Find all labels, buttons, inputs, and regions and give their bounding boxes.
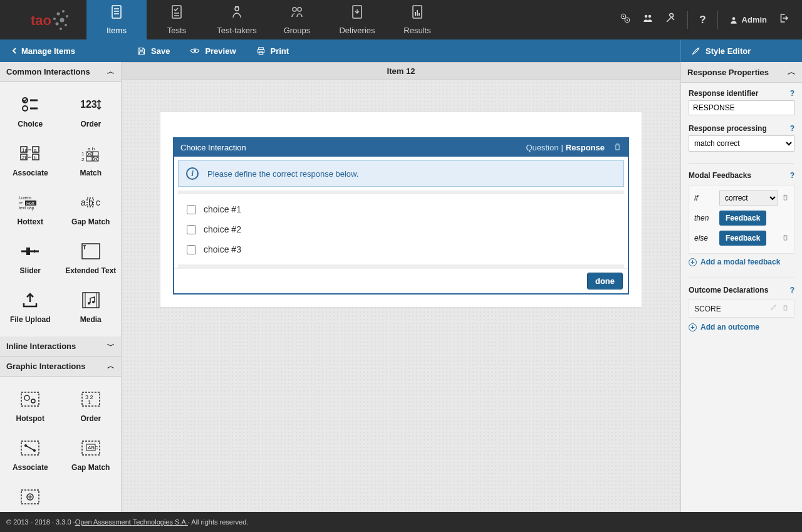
svg-point-30 bbox=[732, 17, 735, 20]
print-button[interactable]: Print bbox=[256, 46, 289, 56]
footer-link[interactable]: Open Assessment Technologies S.A. bbox=[75, 518, 188, 526]
response-properties-header[interactable]: Response Properties ︿ bbox=[681, 62, 802, 83]
nav-tests[interactable]: Tests bbox=[147, 0, 207, 39]
section-common-interactions[interactable]: Common Interactions ︿ bbox=[0, 62, 121, 82]
nav-label: Tests bbox=[167, 26, 186, 35]
tab-question[interactable]: Question bbox=[526, 143, 558, 152]
nav-results[interactable]: Results bbox=[387, 0, 447, 39]
svg-point-31 bbox=[194, 50, 196, 52]
feedback-else-button[interactable]: Feedback bbox=[719, 231, 766, 246]
save-button[interactable]: Save bbox=[137, 46, 170, 56]
response-id-input[interactable] bbox=[689, 100, 794, 115]
choice-checkbox[interactable] bbox=[187, 225, 196, 234]
interaction-extended-text[interactable]: Extended Text bbox=[61, 234, 122, 283]
interaction-hotspot[interactable]: Hotspot bbox=[0, 382, 61, 430]
interaction-graphic-associate[interactable]: Associate bbox=[0, 430, 61, 479]
help-icon[interactable]: ? bbox=[790, 89, 794, 98]
style-editor-label: Style Editor bbox=[706, 46, 751, 56]
items-icon bbox=[109, 4, 124, 23]
svg-point-7 bbox=[53, 18, 56, 20]
preview-button[interactable]: Preview bbox=[190, 46, 236, 56]
interaction-slider[interactable]: Slider bbox=[0, 234, 61, 283]
toolbar: Manage Items Save Preview Print Style Ed… bbox=[0, 39, 802, 62]
choice-checkbox[interactable] bbox=[187, 245, 196, 254]
media-icon bbox=[80, 289, 102, 311]
delete-outcome-icon[interactable] bbox=[782, 304, 789, 313]
choice-label: choice #1 bbox=[204, 204, 241, 214]
svg-rect-80 bbox=[21, 392, 39, 406]
test-takers-icon bbox=[229, 4, 244, 23]
help-icon[interactable]: ? bbox=[699, 14, 706, 26]
interaction-graphic-extra[interactable] bbox=[0, 479, 61, 512]
style-editor-button[interactable]: Style Editor bbox=[680, 39, 802, 62]
choice-label: choice #2 bbox=[204, 224, 241, 234]
svg-text:a  b: a b bbox=[88, 146, 95, 152]
svg-point-28 bbox=[645, 15, 648, 18]
interaction-choice[interactable]: Choice bbox=[0, 87, 61, 136]
settings-icon[interactable] bbox=[620, 13, 631, 27]
svg-text:Lorem: Lorem bbox=[19, 196, 31, 200]
print-label: Print bbox=[271, 46, 289, 56]
interaction-hottext[interactable]: LoremreHotttext capHottext bbox=[0, 185, 61, 234]
svg-rect-54 bbox=[93, 152, 98, 156]
delete-else-icon[interactable] bbox=[782, 234, 789, 243]
info-banner: i Please define the correct response bel… bbox=[178, 160, 624, 187]
add-modal-feedback[interactable]: +Add a modal feedback bbox=[689, 258, 794, 266]
interaction-graphic-order[interactable]: 3 21Order bbox=[61, 382, 122, 430]
svg-text:b: b bbox=[88, 197, 93, 207]
plus-icon: + bbox=[689, 323, 697, 331]
choice-checkbox[interactable] bbox=[187, 205, 196, 214]
interaction-file-upload[interactable]: File Upload bbox=[0, 283, 61, 331]
main-nav: Items Tests Test-takers Groups Deliverie… bbox=[86, 0, 447, 39]
svg-point-1 bbox=[62, 10, 65, 13]
add-outcome[interactable]: +Add an outcome bbox=[689, 323, 794, 331]
interaction-media[interactable]: Media bbox=[61, 283, 122, 331]
choice-row[interactable]: choice #3 bbox=[187, 239, 615, 259]
logout-icon[interactable] bbox=[778, 13, 789, 27]
results-icon bbox=[410, 4, 425, 23]
svg-point-81 bbox=[24, 395, 29, 400]
response-proc-select[interactable]: match correct bbox=[689, 135, 794, 152]
users-icon[interactable] bbox=[642, 13, 654, 27]
section-graphic-interactions[interactable]: Graphic Interactions ︿ bbox=[0, 357, 121, 377]
chevron-up-icon: ︿ bbox=[788, 66, 796, 78]
nav-items[interactable]: Items bbox=[86, 0, 147, 39]
help-icon[interactable]: ? bbox=[790, 124, 794, 133]
modal-condition-select[interactable]: correct bbox=[719, 190, 778, 206]
help-icon[interactable]: ? bbox=[790, 286, 794, 295]
interaction-order[interactable]: 123Order bbox=[61, 87, 122, 136]
help-icon[interactable]: ? bbox=[790, 171, 794, 180]
topbar: tao Items Tests Test-takers Groups Deliv… bbox=[0, 0, 802, 39]
edit-outcome-icon[interactable] bbox=[770, 304, 777, 313]
delete-interaction-icon[interactable] bbox=[613, 142, 622, 153]
svg-rect-34 bbox=[259, 51, 263, 54]
nav-deliveries[interactable]: Deliveries bbox=[327, 0, 387, 39]
info-icon: i bbox=[186, 167, 199, 180]
nav-groups[interactable]: Groups bbox=[267, 0, 327, 39]
section-inline-interactions[interactable]: Inline Interactions ﹀ bbox=[0, 336, 121, 357]
choice-row[interactable]: choice #2 bbox=[187, 219, 615, 239]
svg-point-3 bbox=[60, 18, 65, 22]
feedback-then-button[interactable]: Feedback bbox=[719, 211, 766, 226]
user-menu[interactable]: Admin bbox=[729, 15, 767, 24]
interaction-title: Choice Interaction bbox=[180, 143, 526, 152]
delete-modal-icon[interactable] bbox=[782, 194, 789, 203]
tools-icon[interactable] bbox=[665, 13, 676, 27]
svg-text:1: 1 bbox=[81, 151, 85, 157]
svg-rect-21 bbox=[415, 12, 416, 16]
print-icon bbox=[256, 46, 266, 56]
svg-rect-12 bbox=[172, 6, 181, 18]
interaction-gap-match[interactable]: abcGap Match bbox=[61, 185, 122, 234]
graphic-extra-icon bbox=[19, 486, 41, 508]
graphic-gap-match-icon: ABC bbox=[80, 437, 102, 459]
choice-row[interactable]: choice #1 bbox=[187, 199, 615, 219]
back-manage-items[interactable]: Manage Items bbox=[0, 39, 122, 62]
svg-point-0 bbox=[57, 12, 60, 15]
tab-response[interactable]: Response bbox=[566, 143, 605, 152]
nav-test-takers[interactable]: Test-takers bbox=[207, 0, 267, 39]
save-label: Save bbox=[151, 46, 170, 56]
interaction-match[interactable]: a b12Match bbox=[61, 136, 122, 185]
interaction-graphic-gap-match[interactable]: ABCGap Match bbox=[61, 430, 122, 479]
done-button[interactable]: done bbox=[587, 273, 623, 289]
interaction-associate[interactable]: 1a2babAssociate bbox=[0, 136, 61, 185]
